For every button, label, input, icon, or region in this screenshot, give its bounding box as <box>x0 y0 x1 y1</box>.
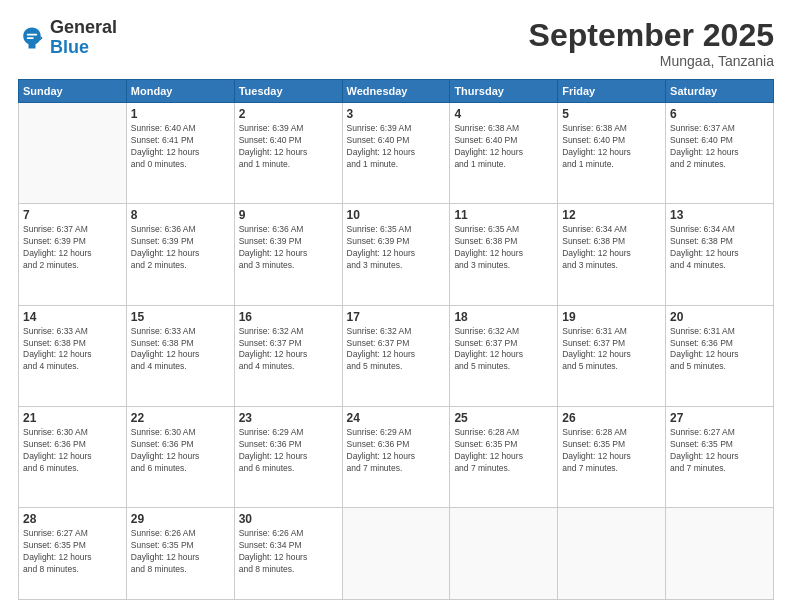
day-number: 10 <box>347 208 446 222</box>
day-info: Sunrise: 6:27 AM Sunset: 6:35 PM Dayligh… <box>23 528 122 576</box>
day-number: 28 <box>23 512 122 526</box>
day-number: 19 <box>562 310 661 324</box>
location: Mungaa, Tanzania <box>529 53 774 69</box>
day-info: Sunrise: 6:38 AM Sunset: 6:40 PM Dayligh… <box>562 123 661 171</box>
day-info: Sunrise: 6:35 AM Sunset: 6:39 PM Dayligh… <box>347 224 446 272</box>
table-row: 15Sunrise: 6:33 AM Sunset: 6:38 PM Dayli… <box>126 305 234 406</box>
col-wednesday: Wednesday <box>342 80 450 103</box>
page: General Blue September 2025 Mungaa, Tanz… <box>0 0 792 612</box>
table-row: 24Sunrise: 6:29 AM Sunset: 6:36 PM Dayli… <box>342 406 450 507</box>
day-number: 27 <box>670 411 769 425</box>
day-info: Sunrise: 6:26 AM Sunset: 6:35 PM Dayligh… <box>131 528 230 576</box>
table-row: 4Sunrise: 6:38 AM Sunset: 6:40 PM Daylig… <box>450 103 558 204</box>
day-number: 18 <box>454 310 553 324</box>
day-number: 25 <box>454 411 553 425</box>
col-tuesday: Tuesday <box>234 80 342 103</box>
day-info: Sunrise: 6:35 AM Sunset: 6:38 PM Dayligh… <box>454 224 553 272</box>
table-row: 1Sunrise: 6:40 AM Sunset: 6:41 PM Daylig… <box>126 103 234 204</box>
col-thursday: Thursday <box>450 80 558 103</box>
day-info: Sunrise: 6:33 AM Sunset: 6:38 PM Dayligh… <box>131 326 230 374</box>
table-row <box>342 508 450 600</box>
day-number: 23 <box>239 411 338 425</box>
day-info: Sunrise: 6:28 AM Sunset: 6:35 PM Dayligh… <box>562 427 661 475</box>
col-friday: Friday <box>558 80 666 103</box>
table-row: 18Sunrise: 6:32 AM Sunset: 6:37 PM Dayli… <box>450 305 558 406</box>
day-info: Sunrise: 6:39 AM Sunset: 6:40 PM Dayligh… <box>239 123 338 171</box>
day-number: 22 <box>131 411 230 425</box>
day-number: 4 <box>454 107 553 121</box>
day-info: Sunrise: 6:28 AM Sunset: 6:35 PM Dayligh… <box>454 427 553 475</box>
day-number: 21 <box>23 411 122 425</box>
table-row <box>19 103 127 204</box>
svg-rect-0 <box>27 33 38 35</box>
table-row: 11Sunrise: 6:35 AM Sunset: 6:38 PM Dayli… <box>450 204 558 305</box>
day-number: 26 <box>562 411 661 425</box>
day-number: 3 <box>347 107 446 121</box>
day-info: Sunrise: 6:31 AM Sunset: 6:36 PM Dayligh… <box>670 326 769 374</box>
table-row: 21Sunrise: 6:30 AM Sunset: 6:36 PM Dayli… <box>19 406 127 507</box>
table-row: 17Sunrise: 6:32 AM Sunset: 6:37 PM Dayli… <box>342 305 450 406</box>
day-info: Sunrise: 6:27 AM Sunset: 6:35 PM Dayligh… <box>670 427 769 475</box>
day-number: 14 <box>23 310 122 324</box>
table-row: 7Sunrise: 6:37 AM Sunset: 6:39 PM Daylig… <box>19 204 127 305</box>
logo-text: General Blue <box>50 18 117 58</box>
day-number: 30 <box>239 512 338 526</box>
col-sunday: Sunday <box>19 80 127 103</box>
day-info: Sunrise: 6:31 AM Sunset: 6:37 PM Dayligh… <box>562 326 661 374</box>
day-info: Sunrise: 6:37 AM Sunset: 6:39 PM Dayligh… <box>23 224 122 272</box>
day-number: 1 <box>131 107 230 121</box>
month-title: September 2025 <box>529 18 774 53</box>
table-row: 12Sunrise: 6:34 AM Sunset: 6:38 PM Dayli… <box>558 204 666 305</box>
logo-blue-text: Blue <box>50 37 89 57</box>
day-number: 6 <box>670 107 769 121</box>
table-row: 6Sunrise: 6:37 AM Sunset: 6:40 PM Daylig… <box>666 103 774 204</box>
day-info: Sunrise: 6:34 AM Sunset: 6:38 PM Dayligh… <box>562 224 661 272</box>
day-info: Sunrise: 6:32 AM Sunset: 6:37 PM Dayligh… <box>239 326 338 374</box>
title-section: September 2025 Mungaa, Tanzania <box>529 18 774 69</box>
table-row: 30Sunrise: 6:26 AM Sunset: 6:34 PM Dayli… <box>234 508 342 600</box>
table-row <box>558 508 666 600</box>
table-row: 10Sunrise: 6:35 AM Sunset: 6:39 PM Dayli… <box>342 204 450 305</box>
day-info: Sunrise: 6:36 AM Sunset: 6:39 PM Dayligh… <box>239 224 338 272</box>
table-row: 13Sunrise: 6:34 AM Sunset: 6:38 PM Dayli… <box>666 204 774 305</box>
day-number: 12 <box>562 208 661 222</box>
day-number: 8 <box>131 208 230 222</box>
logo: General Blue <box>18 18 117 58</box>
header: General Blue September 2025 Mungaa, Tanz… <box>18 18 774 69</box>
day-number: 24 <box>347 411 446 425</box>
col-monday: Monday <box>126 80 234 103</box>
table-row: 3Sunrise: 6:39 AM Sunset: 6:40 PM Daylig… <box>342 103 450 204</box>
day-number: 7 <box>23 208 122 222</box>
table-row: 22Sunrise: 6:30 AM Sunset: 6:36 PM Dayli… <box>126 406 234 507</box>
table-row: 9Sunrise: 6:36 AM Sunset: 6:39 PM Daylig… <box>234 204 342 305</box>
day-info: Sunrise: 6:33 AM Sunset: 6:38 PM Dayligh… <box>23 326 122 374</box>
table-row: 8Sunrise: 6:36 AM Sunset: 6:39 PM Daylig… <box>126 204 234 305</box>
day-info: Sunrise: 6:39 AM Sunset: 6:40 PM Dayligh… <box>347 123 446 171</box>
day-info: Sunrise: 6:40 AM Sunset: 6:41 PM Dayligh… <box>131 123 230 171</box>
table-row: 23Sunrise: 6:29 AM Sunset: 6:36 PM Dayli… <box>234 406 342 507</box>
table-row: 29Sunrise: 6:26 AM Sunset: 6:35 PM Dayli… <box>126 508 234 600</box>
day-info: Sunrise: 6:34 AM Sunset: 6:38 PM Dayligh… <box>670 224 769 272</box>
table-row: 20Sunrise: 6:31 AM Sunset: 6:36 PM Dayli… <box>666 305 774 406</box>
day-number: 16 <box>239 310 338 324</box>
day-info: Sunrise: 6:37 AM Sunset: 6:40 PM Dayligh… <box>670 123 769 171</box>
day-number: 15 <box>131 310 230 324</box>
day-number: 13 <box>670 208 769 222</box>
table-row: 25Sunrise: 6:28 AM Sunset: 6:35 PM Dayli… <box>450 406 558 507</box>
table-row: 16Sunrise: 6:32 AM Sunset: 6:37 PM Dayli… <box>234 305 342 406</box>
logo-icon <box>18 24 46 52</box>
day-number: 11 <box>454 208 553 222</box>
logo-general-text: General <box>50 17 117 37</box>
day-info: Sunrise: 6:26 AM Sunset: 6:34 PM Dayligh… <box>239 528 338 576</box>
day-number: 29 <box>131 512 230 526</box>
day-number: 17 <box>347 310 446 324</box>
col-saturday: Saturday <box>666 80 774 103</box>
table-row: 14Sunrise: 6:33 AM Sunset: 6:38 PM Dayli… <box>19 305 127 406</box>
table-row: 19Sunrise: 6:31 AM Sunset: 6:37 PM Dayli… <box>558 305 666 406</box>
day-number: 20 <box>670 310 769 324</box>
table-row <box>450 508 558 600</box>
table-row: 2Sunrise: 6:39 AM Sunset: 6:40 PM Daylig… <box>234 103 342 204</box>
calendar-header-row: Sunday Monday Tuesday Wednesday Thursday… <box>19 80 774 103</box>
day-info: Sunrise: 6:29 AM Sunset: 6:36 PM Dayligh… <box>347 427 446 475</box>
day-number: 2 <box>239 107 338 121</box>
